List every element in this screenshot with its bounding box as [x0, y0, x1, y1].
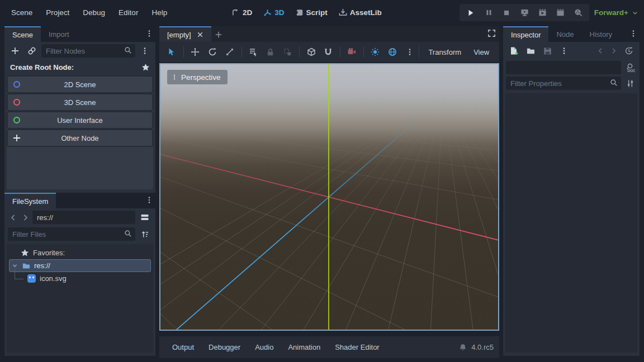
resource-options-icon[interactable] — [557, 44, 571, 58]
bottom-tab-shader-editor[interactable]: Shader Editor — [328, 336, 387, 358]
remote-debug-icon[interactable] — [517, 6, 532, 20]
save-resource-icon[interactable] — [540, 44, 555, 58]
playbar — [460, 4, 589, 21]
tab-node[interactable]: Node — [548, 26, 581, 42]
view-menu[interactable]: View — [468, 48, 495, 56]
workspace-3d-button[interactable]: 3D — [263, 8, 284, 17]
nav-back-icon[interactable] — [8, 211, 18, 224]
environment-globe-icon[interactable] — [385, 44, 401, 60]
chevron-down-icon[interactable] — [12, 263, 18, 269]
script-workspace-icon — [296, 8, 304, 17]
tab-import[interactable]: Import — [41, 26, 77, 42]
tree-row-icon-svg[interactable]: icon.svg — [8, 272, 152, 285]
toggle-split-mode-icon[interactable] — [138, 211, 152, 224]
menu-debug[interactable]: Debug — [76, 0, 112, 25]
dock-menu-icon[interactable] — [145, 196, 153, 204]
stop-button[interactable] — [499, 6, 514, 20]
scene-dock: Scene Import Create Root Node: 2D Scene — [4, 26, 155, 193]
transform-menu[interactable]: Transform — [423, 48, 467, 56]
movie-maker-toggle[interactable] — [570, 6, 586, 20]
object-name-field[interactable] — [506, 61, 621, 74]
file-tree: Favorites: res:// icon.svg — [7, 244, 153, 353]
play-custom-scene-button[interactable] — [552, 6, 568, 20]
filter-files-input[interactable] — [8, 227, 135, 241]
play-button[interactable] — [463, 6, 479, 20]
view-options-icon[interactable] — [402, 44, 418, 60]
instantiate-scene-button[interactable] — [25, 44, 39, 58]
close-icon[interactable] — [197, 31, 203, 38]
select-list-icon[interactable] — [245, 44, 262, 60]
new-resource-icon[interactable] — [506, 44, 521, 58]
menu-project[interactable]: Project — [39, 0, 76, 25]
nav-forward-icon[interactable] — [20, 211, 30, 224]
workspace-script-button[interactable]: Script — [296, 8, 328, 17]
sort-files-icon[interactable] — [138, 227, 152, 241]
filter-properties-input[interactable] — [506, 77, 621, 90]
load-resource-folder-icon[interactable] — [523, 44, 538, 58]
create-ui-scene-button[interactable]: User Interface — [7, 111, 153, 129]
assetlib-download-icon — [339, 8, 347, 17]
history-back-icon[interactable] — [595, 44, 606, 58]
bottom-tab-output[interactable]: Output — [165, 336, 201, 358]
search-icon — [124, 46, 132, 54]
3d-workspace-icon — [263, 8, 272, 17]
pause-button[interactable] — [481, 6, 496, 20]
godot-file-icon — [27, 274, 36, 283]
bottom-panel: Output Debugger Audio Animation Shader E… — [159, 336, 499, 358]
bottom-tab-animation[interactable]: Animation — [281, 336, 328, 358]
create-3d-scene-button[interactable]: 3D Scene — [7, 93, 153, 111]
dock-menu-icon[interactable] — [629, 30, 637, 37]
renderer-selector[interactable]: Forward+ — [594, 0, 638, 25]
play-scene-button[interactable] — [534, 6, 550, 20]
view-perspective-menu[interactable]: Perspective — [167, 70, 228, 84]
distraction-free-icon[interactable] — [487, 29, 496, 37]
snap-magnet-icon[interactable] — [320, 44, 337, 60]
filter-tools-icon[interactable] — [623, 77, 637, 90]
drag-dots-icon — [172, 73, 177, 81]
filter-nodes-input[interactable] — [41, 44, 135, 58]
open-docs-icon[interactable]: DOC — [623, 61, 637, 74]
create-2d-scene-button[interactable]: 2D Scene — [7, 75, 153, 93]
history-forward-icon[interactable] — [608, 44, 619, 58]
sun-icon[interactable] — [367, 44, 383, 60]
scale-tool-icon[interactable] — [222, 44, 238, 60]
tab-inspector[interactable]: Inspector — [503, 26, 548, 42]
select-tool-icon[interactable] — [164, 44, 180, 60]
tab-filesystem[interactable]: FileSystem — [4, 193, 56, 208]
rotate-tool-icon[interactable] — [205, 44, 221, 60]
filesystem-dock: FileSystem Favorites: re — [4, 193, 155, 356]
object-history-icon[interactable] — [622, 44, 636, 58]
3d-viewport[interactable]: Perspective — [159, 63, 499, 331]
bottom-tab-debugger[interactable]: Debugger — [201, 336, 248, 358]
menu-help[interactable]: Help — [145, 0, 174, 25]
workspace-assetlib-button[interactable]: AssetLib — [339, 8, 382, 17]
workspace-2d-button[interactable]: 2D — [231, 8, 252, 17]
current-path-field[interactable] — [32, 211, 135, 224]
move-tool-icon[interactable] — [187, 44, 203, 60]
workspace-switcher: 2D 3D Script AssetLib — [231, 0, 382, 25]
favorites-row[interactable]: Favorites: — [8, 246, 152, 259]
favorites-star-icon[interactable] — [141, 63, 150, 72]
add-node-button[interactable] — [8, 44, 22, 58]
bottom-tab-audio[interactable]: Audio — [248, 336, 281, 358]
menu-scene[interactable]: Scene — [4, 0, 39, 25]
tab-history[interactable]: History — [582, 26, 620, 42]
tab-scene[interactable]: Scene — [4, 26, 41, 42]
mesh-box-icon[interactable] — [303, 44, 319, 60]
notifications-bell-icon[interactable] — [459, 344, 467, 351]
create-other-node-button[interactable]: Other Node — [7, 129, 153, 147]
control-circle-icon — [13, 117, 20, 123]
new-scene-tab-button[interactable] — [211, 27, 226, 42]
tree-row-res[interactable]: res:// — [9, 259, 151, 272]
dock-menu-icon[interactable] — [145, 30, 153, 37]
inspector-dock: Inspector Node History DOC — [503, 26, 640, 356]
group-icon[interactable] — [280, 44, 296, 60]
preview-camera-icon[interactable] — [344, 44, 360, 60]
scene-tree-options-icon[interactable] — [138, 44, 152, 58]
lock-icon[interactable] — [262, 44, 278, 60]
search-icon — [610, 79, 618, 87]
scene-tab-bar: [empty] — [159, 26, 499, 42]
scene-tab-empty[interactable]: [empty] — [159, 26, 211, 42]
folder-icon — [22, 262, 30, 270]
menu-editor[interactable]: Editor — [112, 0, 145, 25]
